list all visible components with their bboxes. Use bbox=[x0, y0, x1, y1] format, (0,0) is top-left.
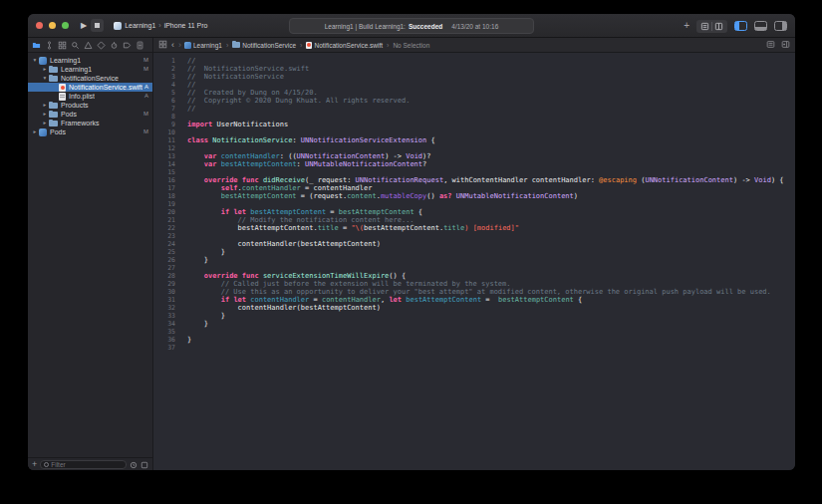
line-number: 33 bbox=[153, 312, 175, 320]
line-number: 31 bbox=[153, 296, 175, 304]
stop-icon bbox=[95, 23, 100, 28]
editor-options-button[interactable] bbox=[766, 40, 775, 50]
line-number: 8 bbox=[153, 113, 175, 121]
left-panel-icon bbox=[735, 22, 739, 30]
disclosure-triangle-icon[interactable]: ▸ bbox=[41, 110, 49, 119]
code-line: } bbox=[187, 320, 795, 328]
close-window-button[interactable] bbox=[36, 22, 43, 29]
breadcrumb-item-group[interactable]: NotificationService bbox=[232, 42, 296, 49]
report-navigator-tab[interactable] bbox=[136, 41, 144, 50]
navigator-item-notificationservice-swift[interactable]: NotificationService.swiftA bbox=[28, 83, 152, 92]
disclosure-triangle-icon[interactable]: ▾ bbox=[41, 74, 49, 83]
recent-files-filter-button[interactable] bbox=[130, 455, 137, 470]
swift-file-icon bbox=[59, 84, 66, 92]
split-editor-icon bbox=[714, 22, 723, 31]
code-line: contentHandler(bestAttemptContent) bbox=[187, 240, 795, 248]
disclosure-triangle-icon[interactable]: ▸ bbox=[41, 65, 49, 74]
activity-view: Learning1 | Build Learning1:Succeeded4/1… bbox=[289, 18, 534, 34]
code-line: import UserNotifications bbox=[187, 121, 795, 128]
run-button[interactable]: ▶ bbox=[81, 19, 87, 32]
line-number: 17 bbox=[153, 184, 175, 192]
scheme-selector[interactable]: Learning1 › iPhone 11 Pro bbox=[114, 22, 207, 30]
toggle-debug-area-button[interactable] bbox=[754, 21, 767, 31]
window-controls bbox=[36, 22, 69, 29]
window-toolbar: ▶ Learning1 › iPhone 11 Pro Learning1 | … bbox=[28, 14, 795, 38]
code-line: self.contentHandler = contentHandler bbox=[187, 184, 795, 192]
navigator-item-label: Frameworks bbox=[61, 119, 100, 127]
source-control-navigator-tab[interactable] bbox=[45, 41, 54, 50]
filter-icon bbox=[44, 462, 49, 467]
disclosure-triangle-icon[interactable]: ▾ bbox=[31, 56, 39, 65]
navigator-item-info-plist[interactable]: Info.plistA bbox=[28, 92, 152, 101]
line-number: 1 bbox=[153, 57, 175, 65]
find-navigator-tab[interactable] bbox=[71, 41, 80, 50]
navigator-item-products[interactable]: ▸Products bbox=[28, 101, 152, 110]
breakpoint-navigator-tab[interactable] bbox=[123, 41, 132, 50]
code-line bbox=[187, 144, 795, 152]
minimize-window-button[interactable] bbox=[49, 22, 56, 29]
navigator-item-label: Learning1 bbox=[50, 56, 81, 65]
breadcrumb-item-file[interactable]: NotificationService.swift bbox=[306, 42, 383, 49]
navigator-item-learning1[interactable]: ▸Learning1M bbox=[28, 65, 152, 74]
code-line: // bbox=[187, 105, 795, 113]
stop-button[interactable] bbox=[91, 19, 104, 32]
filter-field[interactable]: Filter bbox=[40, 460, 127, 469]
breadcrumb-item-selection[interactable]: No Selection bbox=[393, 42, 429, 49]
navigator-item-pods[interactable]: ▸PodsM bbox=[28, 110, 152, 119]
filter-placeholder: Filter bbox=[51, 460, 65, 469]
navigator-filter-bar: + Filter bbox=[28, 457, 152, 470]
disclosure-triangle-icon[interactable]: ▸ bbox=[31, 127, 39, 136]
breadcrumb-separator: › bbox=[300, 42, 302, 49]
zoom-window-button[interactable] bbox=[62, 22, 69, 29]
code-line: // Modify the notification content here.… bbox=[187, 216, 795, 224]
code-line: var bestAttemptContent: UNMutableNotific… bbox=[187, 160, 795, 168]
code-line: contentHandler(bestAttemptContent) bbox=[187, 304, 795, 312]
add-file-button[interactable]: + bbox=[32, 460, 37, 469]
standard-editor-button[interactable] bbox=[698, 20, 711, 33]
line-number-gutter: 1234567891011121314151617181920212223242… bbox=[153, 53, 179, 470]
debug-navigator-tab[interactable] bbox=[110, 41, 119, 50]
library-button[interactable]: + bbox=[684, 21, 689, 31]
disclosure-triangle-icon[interactable]: ▸ bbox=[41, 119, 49, 127]
line-number: 19 bbox=[153, 200, 175, 208]
issue-navigator-tab[interactable] bbox=[84, 41, 93, 50]
code-line: // Called just before the extension will… bbox=[187, 280, 795, 288]
related-items-button[interactable] bbox=[158, 40, 167, 50]
scheme-device-name: iPhone 11 Pro bbox=[164, 22, 208, 29]
code-line: } bbox=[187, 336, 795, 344]
navigator-item-notificationservice[interactable]: ▾NotificationService bbox=[28, 74, 152, 83]
breadcrumb-item-project[interactable]: Learning1 bbox=[184, 42, 222, 49]
code-line: class NotificationService: UNNotificatio… bbox=[187, 136, 795, 144]
add-editor-button[interactable] bbox=[781, 40, 790, 50]
code-line bbox=[187, 328, 795, 336]
jump-bar: ‹ › Learning1 › NotificationService › No… bbox=[153, 38, 795, 52]
code-editor[interactable]: 1234567891011121314151617181920212223242… bbox=[153, 53, 795, 470]
code-line: if let contentHandler = contentHandler, … bbox=[187, 296, 795, 304]
assistant-editor-button[interactable] bbox=[712, 20, 725, 33]
breadcrumb-label: Learning1 bbox=[193, 42, 222, 49]
disclosure-triangle-icon[interactable]: ▸ bbox=[41, 101, 49, 110]
code-line: bestAttemptContent.title = "\(bestAttemp… bbox=[187, 224, 795, 232]
line-number: 4 bbox=[153, 81, 175, 89]
project-icon bbox=[39, 128, 47, 136]
project-navigator-tab[interactable] bbox=[32, 41, 41, 50]
navigator-item-pods[interactable]: ▸PodsM bbox=[28, 127, 152, 136]
toggle-navigator-button[interactable] bbox=[734, 21, 747, 31]
line-number: 22 bbox=[153, 224, 175, 232]
line-number: 24 bbox=[153, 240, 175, 248]
line-number: 26 bbox=[153, 256, 175, 264]
run-controls: ▶ bbox=[81, 19, 104, 32]
test-navigator-tab[interactable] bbox=[97, 41, 106, 50]
navigator-item-frameworks[interactable]: ▸Frameworks bbox=[28, 119, 152, 127]
code-line: } bbox=[187, 248, 795, 256]
source-control-filter-button[interactable] bbox=[140, 455, 148, 470]
line-number: 36 bbox=[153, 336, 175, 344]
forward-button[interactable]: › bbox=[178, 41, 181, 50]
navigator-item-learning1[interactable]: ▾Learning1M bbox=[28, 56, 152, 65]
symbol-navigator-tab[interactable] bbox=[58, 41, 67, 50]
toggle-inspector-button[interactable] bbox=[774, 21, 787, 31]
code-content[interactable]: //// NotificationService.swift// Notific… bbox=[179, 53, 795, 470]
back-button[interactable]: ‹ bbox=[171, 41, 174, 50]
line-number: 12 bbox=[153, 144, 175, 152]
file-status-badge: M bbox=[143, 110, 152, 119]
